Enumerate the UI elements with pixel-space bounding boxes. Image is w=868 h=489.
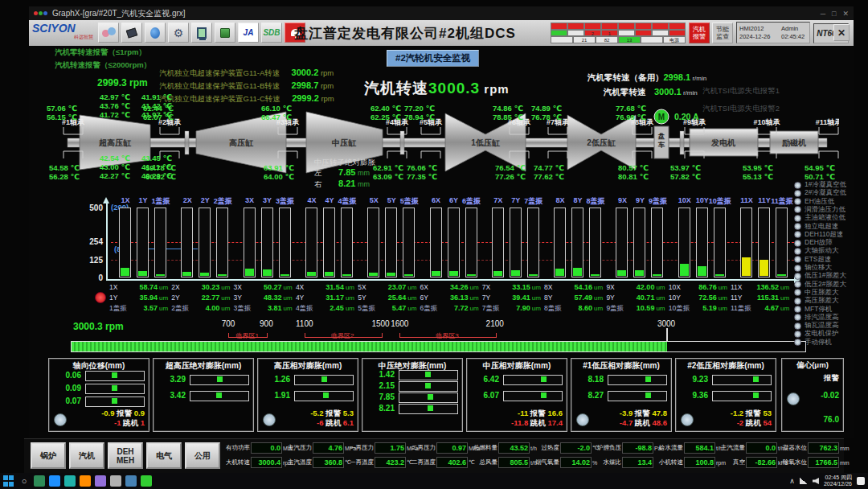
vibration-bar xyxy=(696,208,708,277)
eccentric-value: -0.02 xyxy=(821,391,839,400)
ramp-tick: 2100 xyxy=(486,319,504,328)
panel-6: #1低压相对膨胀(mm)8.188.27-3.9 报警 47.8-4.7 跳机 … xyxy=(571,358,672,432)
turbine-alarm-button[interactable]: 汽机报警 xyxy=(689,23,710,43)
temp-line: 74.77 ℃ xyxy=(534,163,564,172)
app-icon[interactable] xyxy=(125,475,137,487)
vibration-table-label: 8X xyxy=(544,283,552,291)
app-icon[interactable] xyxy=(110,475,121,487)
panel-bar-tick xyxy=(112,398,117,404)
display-icon[interactable] xyxy=(191,23,212,43)
monitor-view-button[interactable]: 节能监查 xyxy=(712,23,733,43)
tray-chevron-up-icon[interactable]: ∧ xyxy=(789,477,795,485)
taskbar-clock[interactable]: 02:45 周四2024/12/26 xyxy=(824,475,852,487)
app-icon[interactable] xyxy=(95,475,106,487)
minimize-button[interactable]: ─ xyxy=(821,10,825,18)
vibration-table-value: 42.00 xyxy=(624,283,654,291)
vibration-table-value: 34.26 xyxy=(438,283,469,291)
vibration-table-label: 3Y xyxy=(234,294,242,302)
alarm-grid-cell[interactable] xyxy=(551,23,567,30)
alarm-grid-cell[interactable] xyxy=(567,23,584,30)
alarm-grid-cell[interactable]: 电源 xyxy=(663,36,686,43)
mp-exp-label: 右 xyxy=(314,179,322,188)
vibration-table-label: 6Y xyxy=(420,294,428,302)
app-icon[interactable] xyxy=(49,475,60,487)
start-icon[interactable] xyxy=(3,475,14,487)
vibration-bar xyxy=(651,208,663,277)
alarm-grid-cell[interactable] xyxy=(601,23,618,30)
app-icon[interactable] xyxy=(34,475,45,487)
temp-line: 43.76 ℃ xyxy=(100,101,130,110)
alarm-grid-cell[interactable]: 82 xyxy=(596,36,618,43)
alarm-grid-cell[interactable] xyxy=(618,30,635,37)
panel-bar-tick xyxy=(645,392,651,398)
nav-button-汽机[interactable]: 汽机 xyxy=(69,442,104,469)
param-label: 水煤比 xyxy=(596,458,621,466)
users-icon[interactable] xyxy=(98,23,119,43)
alarm-grid-cell[interactable] xyxy=(635,23,652,30)
vibration-table-unit: um xyxy=(284,294,293,302)
services-icon[interactable] xyxy=(145,23,166,43)
notification-icon[interactable] xyxy=(857,477,865,485)
panel-alarm-label: 报警 xyxy=(530,409,546,417)
ja-icon[interactable]: JA xyxy=(238,23,259,43)
alarm-grid-cell[interactable] xyxy=(652,23,669,30)
vibration-bar-fill xyxy=(182,272,191,276)
app-icon[interactable] xyxy=(80,475,91,487)
maximize-button[interactable]: □ xyxy=(832,10,836,18)
alarm-grid-cell[interactable] xyxy=(669,23,686,30)
nav-button-锅炉[interactable]: 锅炉 xyxy=(31,442,66,469)
temp-line: 41.11 ℃ xyxy=(141,162,172,171)
close-window-button[interactable]: ✕ xyxy=(842,10,849,18)
folder-icon[interactable] xyxy=(215,23,235,43)
alarm-grid-cell[interactable] xyxy=(641,36,663,43)
chart-y-tick: 0 xyxy=(76,273,103,282)
nav-button-电气[interactable]: 电气 xyxy=(146,442,182,469)
alarm-grid-cell[interactable]: 13 xyxy=(618,36,641,43)
alarm-grid-cell[interactable] xyxy=(652,30,669,37)
vibration-bar xyxy=(323,208,335,277)
vibration-bar-fill xyxy=(138,271,147,276)
close-button[interactable]: ✕ xyxy=(833,24,850,41)
param-label: 过热度 xyxy=(534,444,559,452)
temp-line: 77.68 ℃ xyxy=(616,104,646,113)
vibration-table-value: 4.67 xyxy=(748,304,779,312)
panel-bar xyxy=(399,392,458,403)
alarm-grid-cell[interactable] xyxy=(551,36,573,43)
mp-exp-value: 7.85 xyxy=(322,167,356,178)
alarm-grid-cell[interactable] xyxy=(551,30,567,37)
vibration-bar xyxy=(403,208,415,277)
network-icon[interactable] xyxy=(800,478,808,484)
nav-button-line: MEH xyxy=(109,456,141,465)
param-field: 给水流量584.1t/h xyxy=(658,442,723,454)
panel-bar xyxy=(712,375,772,385)
search-icon[interactable]: ○ xyxy=(18,475,30,487)
alarm-grid-cell[interactable] xyxy=(567,30,584,37)
app-icon[interactable] xyxy=(141,475,152,487)
vibration-bar-fill xyxy=(432,271,440,276)
nav-button-公用[interactable]: 公用 xyxy=(185,442,220,469)
panel-trip-label: 跳机 xyxy=(326,418,341,427)
volume-icon[interactable] xyxy=(813,478,819,484)
machine-gear-icon[interactable]: ⚙ xyxy=(168,23,189,43)
alarm-grid-cell[interactable] xyxy=(669,30,686,37)
vibration-table-unit: um xyxy=(407,294,416,302)
vibration-table-unit: um xyxy=(346,284,354,291)
cylinder-label: 1低压缸 xyxy=(471,138,501,147)
vibration-bar-fill xyxy=(449,271,458,276)
keyboard-icon[interactable] xyxy=(121,23,142,43)
nav-button-DEH[interactable]: DEHMEH xyxy=(108,442,143,469)
alarm-grid-cell[interactable]: 21 xyxy=(573,36,596,43)
panel-value: 3.29 xyxy=(157,375,186,384)
param-value: 402.6 xyxy=(436,457,468,468)
alarm-grid-cell[interactable] xyxy=(635,30,652,37)
vibration-table-label: 5X xyxy=(358,283,366,291)
sdb-icon[interactable]: SDB xyxy=(261,23,282,43)
alarm-grid-cell[interactable]: 1 xyxy=(601,30,618,37)
temp-line: 74.89 ℃ xyxy=(531,104,562,113)
alarm-grid-cell[interactable] xyxy=(618,23,635,30)
alarm-grid-cell[interactable]: 2 xyxy=(584,30,601,37)
vibration-table-value: 5.19 xyxy=(686,304,717,312)
panel-bar xyxy=(503,375,563,385)
app-icon[interactable] xyxy=(64,475,76,487)
alarm-grid-cell[interactable] xyxy=(584,23,601,30)
